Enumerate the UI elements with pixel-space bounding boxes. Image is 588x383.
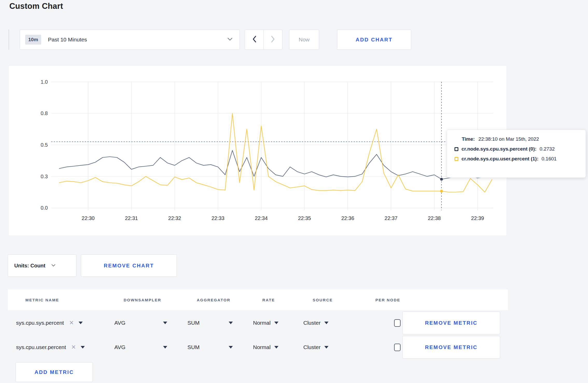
aggregator-value: SUM [187, 344, 200, 350]
svg-text:0.8: 0.8 [41, 110, 48, 116]
tooltip-series-name: cr.node.sys.cpu.sys.percent (0): [461, 146, 536, 152]
metric-row: sys.cpu.user.percent ✕ AVG SUM Normal Cl… [8, 336, 508, 359]
remove-metric-button[interactable]: REMOVE METRIC [402, 311, 500, 334]
svg-text:22:37: 22:37 [384, 215, 397, 221]
chevron-right-icon [271, 36, 275, 44]
svg-text:22:38: 22:38 [428, 215, 441, 221]
dropdown-arrow-icon [229, 346, 233, 349]
rate-dropdown[interactable]: Normal [253, 344, 303, 350]
tooltip-series-value: 0.2732 [540, 146, 555, 152]
next-time-button[interactable] [263, 30, 282, 50]
add-chart-button[interactable]: ADD CHART [337, 30, 411, 50]
clear-metric-icon[interactable]: ✕ [71, 344, 76, 350]
downsampler-value: AVG [114, 320, 125, 326]
chart-canvas[interactable]: 1.00.80.50.30.022:3022:3122:3222:3322:34… [9, 66, 507, 236]
time-range-dropdown[interactable]: 10m Past 10 Minutes [20, 30, 240, 50]
rate-value: Normal [253, 320, 271, 326]
source-value: Cluster [303, 344, 321, 350]
svg-text:22:33: 22:33 [212, 215, 225, 221]
source-value: Cluster [303, 320, 321, 326]
source-dropdown[interactable]: Cluster [303, 344, 366, 350]
dropdown-arrow-icon [163, 346, 167, 349]
dropdown-arrow-icon [163, 322, 167, 324]
col-header-source: SOURCE [313, 298, 375, 302]
metrics-table-header: METRIC NAME DOWNSAMPLER AGGREGATOR RATE … [8, 289, 508, 310]
dropdown-arrow-icon [229, 322, 233, 324]
col-header-per-node: PER NODE [375, 298, 443, 302]
dropdown-arrow-icon [324, 322, 328, 324]
svg-text:22:36: 22:36 [341, 215, 354, 221]
chevron-left-icon [252, 36, 257, 44]
dropdown-arrow-icon [274, 322, 278, 324]
series-user-legend-icon [454, 157, 458, 161]
dropdown-arrow-icon [274, 346, 278, 349]
col-header-metric-name: METRIC NAME [25, 298, 124, 302]
now-button[interactable]: Now [289, 30, 319, 50]
aggregator-value: SUM [187, 320, 200, 326]
units-label: Units: Count [14, 263, 45, 269]
dropdown-arrow-icon [324, 346, 328, 349]
tooltip-time-row: Time: 22:38:10 on Mar 15th, 2022 [462, 136, 579, 142]
metric-name-value: sys.cpu.user.percent [16, 344, 66, 350]
remove-chart-button[interactable]: REMOVE CHART [81, 254, 177, 277]
tooltip-series-row: cr.node.sys.cpu.user.percent (1): 0.1601 [454, 156, 579, 162]
svg-text:0.3: 0.3 [41, 174, 48, 179]
chart-tooltip: Time: 22:38:10 on Mar 15th, 2022 cr.node… [447, 130, 586, 178]
remove-metric-button[interactable]: REMOVE METRIC [402, 336, 500, 359]
toolbar-divider [9, 30, 9, 50]
svg-text:22:35: 22:35 [298, 215, 311, 221]
chevron-down-icon [51, 263, 56, 268]
series-sys-legend-icon [454, 147, 458, 151]
rate-value: Normal [253, 344, 271, 350]
svg-text:22:32: 22:32 [168, 215, 181, 221]
col-header-aggregator: AGGREGATOR [197, 298, 262, 302]
per-node-checkbox[interactable] [394, 344, 401, 351]
time-window-label: Past 10 Minutes [48, 37, 87, 43]
svg-text:22:34: 22:34 [255, 215, 268, 221]
svg-text:0.0: 0.0 [41, 205, 48, 211]
metric-name-dropdown[interactable]: sys.cpu.sys.percent ✕ [16, 320, 114, 326]
time-window-badge: 10m [25, 35, 41, 45]
aggregator-dropdown[interactable]: SUM [187, 344, 253, 350]
svg-text:22:39: 22:39 [471, 215, 484, 221]
dropdown-arrow-icon [79, 322, 83, 324]
svg-text:0.5: 0.5 [41, 142, 48, 148]
col-header-rate: RATE [262, 298, 313, 302]
metric-name-value: sys.cpu.sys.percent [16, 320, 64, 326]
units-dropdown[interactable]: Units: Count [8, 254, 76, 277]
svg-text:1.0: 1.0 [41, 79, 48, 85]
aggregator-dropdown[interactable]: SUM [187, 320, 253, 326]
rate-dropdown[interactable]: Normal [253, 320, 303, 326]
tooltip-time-value: 22:38:10 on Mar 15th, 2022 [478, 136, 539, 142]
prev-time-button[interactable] [245, 30, 264, 50]
downsampler-dropdown[interactable]: AVG [114, 320, 187, 326]
source-dropdown[interactable]: Cluster [303, 320, 366, 326]
tooltip-time-label: Time: [462, 136, 475, 142]
downsampler-value: AVG [114, 344, 125, 350]
tooltip-series-row: cr.node.sys.cpu.sys.percent (0): 0.2732 [454, 146, 579, 152]
page-title: Custom Chart [9, 2, 63, 11]
svg-text:22:30: 22:30 [82, 215, 95, 221]
downsampler-dropdown[interactable]: AVG [114, 344, 187, 350]
svg-text:22:31: 22:31 [125, 215, 138, 221]
metric-row: sys.cpu.sys.percent ✕ AVG SUM Normal Clu… [8, 311, 508, 334]
tooltip-series-name: cr.node.sys.cpu.user.percent (1): [461, 156, 538, 162]
chevron-down-icon [227, 37, 233, 42]
clear-metric-icon[interactable]: ✕ [69, 320, 74, 326]
chart-card: 1.00.80.50.30.022:3022:3122:3222:3322:34… [8, 65, 507, 236]
dropdown-arrow-icon [81, 346, 85, 349]
metric-name-dropdown[interactable]: sys.cpu.user.percent ✕ [16, 344, 114, 350]
tooltip-series-value: 0.1601 [542, 156, 557, 162]
per-node-checkbox[interactable] [394, 319, 401, 327]
col-header-downsampler: DOWNSAMPLER [124, 298, 197, 302]
add-metric-button[interactable]: ADD METRIC [16, 362, 93, 382]
